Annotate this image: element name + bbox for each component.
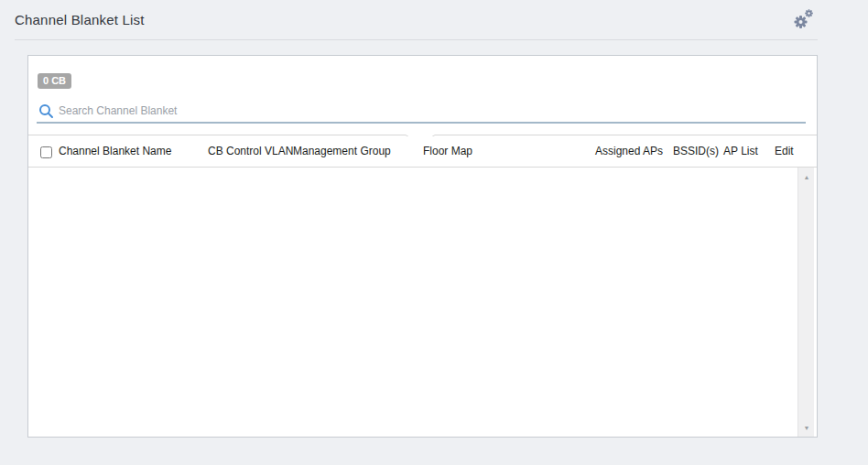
cb-count-badge: 0 CB <box>38 73 71 89</box>
table-header: Channel Blanket Name CB Control VLAN Man… <box>28 136 817 168</box>
search-input[interactable] <box>59 100 754 122</box>
table-body <box>28 168 817 437</box>
search-icon <box>38 103 54 119</box>
search-underline <box>37 122 806 124</box>
select-all-checkbox[interactable] <box>40 146 52 158</box>
vertical-scrollbar[interactable]: ▲ ▼ <box>797 168 814 437</box>
header-divider <box>15 39 818 40</box>
scroll-down-icon[interactable]: ▼ <box>798 422 815 435</box>
column-header-bssids[interactable]: BSSID(s) <box>673 145 719 157</box>
column-header-management-group[interactable]: Management Group <box>293 145 391 157</box>
channel-blanket-panel: 0 CB Channel Blanket Name CB Control VLA… <box>27 55 818 438</box>
column-header-floor-map[interactable]: Floor Map <box>423 145 472 157</box>
column-header-edit[interactable]: Edit <box>775 145 794 157</box>
page-title: Channel Blanket List <box>15 12 145 27</box>
column-header-ap-list[interactable]: AP List <box>723 145 758 157</box>
column-header-channel-blanket-name[interactable]: Channel Blanket Name <box>59 145 171 157</box>
scroll-up-icon[interactable]: ▲ <box>798 171 815 184</box>
gear-double-icon <box>792 7 816 31</box>
column-header-assigned-aps[interactable]: Assigned APs <box>595 145 663 157</box>
page: Channel Blanket List <box>0 0 868 465</box>
column-header-cb-control-vlan[interactable]: CB Control VLAN <box>208 145 293 157</box>
settings-button[interactable] <box>791 7 817 33</box>
